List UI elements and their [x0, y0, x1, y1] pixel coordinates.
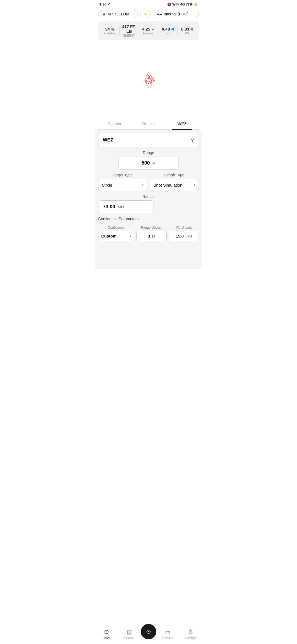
- graph-type-col: Graph Type Shot Simulation ›: [150, 173, 199, 191]
- stat-w1-label: W1: [158, 32, 177, 35]
- graph-type-arrow-icon: ›: [194, 182, 195, 187]
- tab-solution[interactable]: Solution: [98, 118, 132, 129]
- tab-wez[interactable]: WEZ: [165, 118, 199, 129]
- stat-elevation-value: 4.25 ▲: [139, 27, 158, 31]
- bluetooth-button[interactable]: ⚡: [140, 10, 151, 18]
- stat-energy-value: 417 FT-LB: [120, 24, 139, 34]
- stats-bar: 34 % Probablity 417 FT-LB ENERGY 4.25 ▲ …: [98, 21, 199, 40]
- elevation-arrow-icon: ▲: [151, 27, 155, 31]
- svg-text:×: ×: [142, 80, 144, 82]
- device-icon: 🖥: [102, 12, 106, 16]
- stat-probability-value: 34 %: [100, 27, 119, 31]
- status-icons: 🔕 WiFi 4G 77% 🔋: [167, 2, 198, 6]
- tab-reticle[interactable]: Reticle: [132, 118, 165, 129]
- status-bar: 1:36 ✓ 🔕 WiFi 4G 77% 🔋: [95, 0, 202, 7]
- device-name: M7 73ELDM: [108, 12, 129, 16]
- mv-uncert-value: 15.0: [176, 234, 184, 238]
- battery-icon: 🔋: [194, 2, 198, 6]
- signal-icon: 4G: [180, 2, 185, 6]
- range-input[interactable]: 500 M: [118, 157, 179, 170]
- bluetooth-icon: ⚡: [143, 12, 148, 16]
- w2-arrow-icon: ◀: [190, 27, 193, 31]
- target-type-label: Target Type: [98, 173, 147, 177]
- target-type-value: Circle: [102, 183, 112, 187]
- wez-type-arrow-icon: ∨: [191, 137, 194, 143]
- target-type-col: Target Type Circle ›: [98, 173, 147, 191]
- radius-label: Radius: [98, 194, 199, 199]
- check-icon: ✓: [108, 2, 111, 6]
- wez-type-value: WEZ: [103, 137, 113, 143]
- range-unit: M: [152, 161, 156, 165]
- mv-uncert-label: MV Uncert.: [169, 226, 199, 230]
- stat-elevation: 4.25 ▲ Elevation: [139, 27, 158, 35]
- tab-bar: Solution Reticle WEZ: [98, 118, 199, 130]
- profile-selector[interactable]: A– Internal (PRO): [153, 10, 199, 18]
- range-label: Range: [98, 151, 199, 155]
- graph-type-label: Graph Type: [150, 173, 199, 177]
- stat-w1-value: 0.48 ◀: [158, 27, 177, 31]
- stat-w2-label: W2: [178, 32, 197, 35]
- w1-arrow-icon: ◀: [171, 27, 174, 31]
- radius-input[interactable]: 73.00 MM: [98, 200, 153, 213]
- tab-reticle-label: Reticle: [142, 121, 155, 126]
- font-icon: A–: [157, 12, 162, 16]
- stat-energy: 417 FT-LB ENERGY: [120, 24, 139, 37]
- svg-text:×: ×: [155, 80, 156, 81]
- status-time-area: 1:36 ✓: [99, 2, 111, 6]
- stat-w2: 0.83 ◀ W2: [178, 27, 197, 35]
- mv-uncert-col: MV Uncert. 15.0 FPS: [169, 226, 199, 241]
- stat-probability: 34 % Probablity: [100, 27, 120, 35]
- stat-probability-label: Probablity: [100, 32, 119, 35]
- confidence-params-title: Confidence Parameters: [98, 217, 199, 221]
- range-value: 500: [142, 160, 150, 166]
- confidence-selector[interactable]: Custom ›: [98, 231, 134, 241]
- confidence-divider: [98, 223, 199, 223]
- svg-text:×: ×: [148, 86, 149, 88]
- range-uncert-input[interactable]: 1 M: [136, 231, 166, 241]
- range-uncert-value: 1: [148, 234, 150, 238]
- svg-text:×: ×: [150, 85, 152, 87]
- wez-type-selector[interactable]: WEZ ∨: [98, 133, 199, 147]
- stat-energy-label: ENERGY: [120, 34, 139, 37]
- svg-text:×: ×: [148, 72, 149, 74]
- confidence-row: Confidence Custom › Range Uncert. 1 M MV…: [98, 226, 199, 241]
- graph-type-selector[interactable]: Shot Simulation ›: [150, 179, 199, 191]
- radius-value: 73.00: [103, 204, 115, 209]
- tab-wez-label: WEZ: [177, 121, 186, 126]
- confidence-arrow-icon: ›: [130, 234, 131, 238]
- type-row: Target Type Circle › Graph Type Shot Sim…: [98, 173, 199, 191]
- shot-dots: × × × × × × × × × × × × × × × × × × × × …: [142, 72, 156, 88]
- range-uncert-unit: M: [152, 234, 155, 238]
- confidence-label: Confidence: [98, 226, 134, 230]
- top-bar: 🖥 M7 73ELDM ⚡ A– Internal (PRO): [95, 7, 202, 20]
- range-uncert-label: Range Uncert.: [136, 226, 166, 230]
- confidence-value: Custom: [101, 234, 117, 238]
- stat-w2-value: 0.83 ◀: [178, 27, 197, 31]
- profile-name: Internal (PRO): [164, 12, 188, 16]
- shot-simulation-area: × × × × × × × × × × × × × × × × × × × × …: [95, 41, 202, 118]
- mute-icon: 🔕: [167, 2, 171, 6]
- tab-solution-label: Solution: [108, 121, 122, 126]
- target-type-selector[interactable]: Circle ›: [98, 179, 147, 191]
- radius-unit: MM: [118, 205, 124, 209]
- stat-w1: 0.48 ◀ W1: [158, 27, 178, 35]
- wifi-icon: WiFi: [172, 2, 179, 6]
- shot-cluster-svg: × × × × × × × × × × × × × × × × × × × × …: [121, 52, 176, 107]
- mv-uncert-unit: FPS: [185, 234, 192, 238]
- graph-type-value: Shot Simulation: [153, 183, 182, 187]
- battery-display: 77%: [186, 2, 193, 6]
- confidence-col: Confidence Custom ›: [98, 226, 134, 241]
- time-display: 1:36: [99, 2, 106, 6]
- mv-uncert-input[interactable]: 15.0 FPS: [169, 231, 199, 241]
- range-uncert-col: Range Uncert. 1 M: [136, 226, 166, 241]
- stat-elevation-label: Elevation: [139, 32, 158, 35]
- device-selector[interactable]: 🖥 M7 73ELDM: [98, 10, 138, 18]
- wez-content: WEZ ∨ Range 500 M Target Type Circle › G…: [95, 130, 202, 269]
- target-type-arrow-icon: ›: [142, 182, 144, 187]
